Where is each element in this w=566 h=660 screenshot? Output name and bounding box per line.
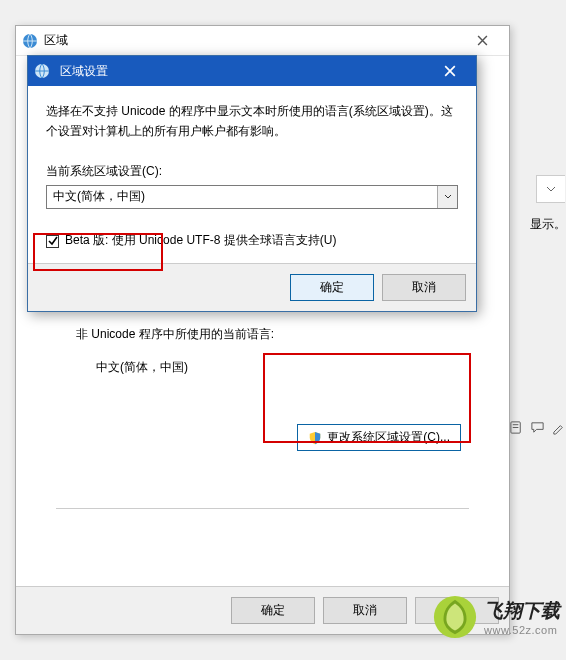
chevron-down-icon[interactable] (437, 186, 457, 208)
cancel-button[interactable]: 取消 (323, 597, 407, 624)
partial-right-panel (536, 175, 566, 203)
chevron-down-icon[interactable] (536, 175, 565, 203)
combo-selected-value: 中文(简体，中国) (47, 187, 437, 207)
change-system-locale-label: 更改系统区域设置(C)... (327, 429, 450, 446)
globe-icon (22, 33, 38, 49)
apply-button[interactable]: 应用 (415, 597, 499, 624)
dialog-ok-button[interactable]: 确定 (290, 274, 374, 301)
note-icon[interactable] (509, 420, 524, 438)
section-label: 非 Unicode 程序中所使用的当前语言: (76, 324, 274, 344)
checkbox-icon[interactable] (46, 235, 59, 248)
ok-button[interactable]: 确定 (231, 597, 315, 624)
outer-button-bar: 确定 取消 应用 (16, 586, 509, 634)
outer-window-title: 区域 (44, 32, 461, 49)
dialog-cancel-button[interactable]: 取消 (382, 274, 466, 301)
close-icon[interactable] (430, 57, 470, 85)
inner-body: 选择在不支持 Unicode 的程序中显示文本时所使用的语言(系统区域设置)。这… (28, 86, 476, 263)
outer-titlebar: 区域 (16, 26, 509, 56)
inner-titlebar: 区域设置 (28, 56, 476, 86)
region-settings-dialog: 区域设置 选择在不支持 Unicode 的程序中显示文本时所使用的语言(系统区域… (27, 55, 477, 312)
current-locale-text: 中文(简体，中国) (96, 357, 274, 377)
partial-text-right: 显示。 (530, 216, 566, 233)
edit-icon[interactable] (551, 420, 566, 438)
close-icon[interactable] (461, 27, 503, 55)
divider (56, 508, 469, 509)
inner-dialog-title: 区域设置 (60, 63, 430, 80)
dialog-description: 选择在不支持 Unicode 的程序中显示文本时所使用的语言(系统区域设置)。这… (46, 102, 458, 142)
combo-label: 当前系统区域设置(C): (46, 162, 458, 182)
shield-icon (308, 431, 322, 445)
utf8-checkbox-label: Beta 版: 使用 Unicode UTF-8 提供全球语言支持(U) (65, 231, 336, 251)
change-system-locale-button[interactable]: 更改系统区域设置(C)... (297, 424, 461, 451)
system-locale-combo[interactable]: 中文(简体，中国) (46, 185, 458, 209)
inner-button-bar: 确定 取消 (28, 263, 476, 311)
utf8-checkbox-row[interactable]: Beta 版: 使用 Unicode UTF-8 提供全球语言支持(U) (46, 231, 458, 251)
globe-icon (34, 63, 50, 79)
partial-icon-row (509, 420, 566, 438)
chat-icon[interactable] (530, 420, 545, 438)
